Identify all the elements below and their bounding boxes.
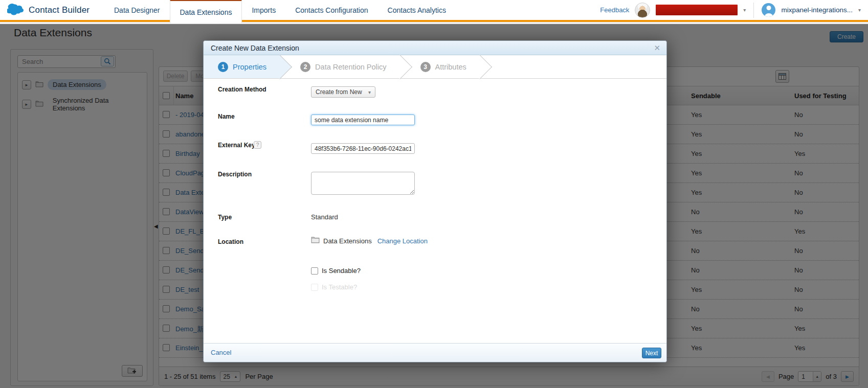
chevron-down-icon: ▾ xyxy=(743,7,746,13)
nav-tabs: Data Designer Data Extensions Imports Co… xyxy=(104,0,456,21)
tab-data-designer[interactable]: Data Designer xyxy=(104,0,170,21)
is-sendable-label: Is Sendable? xyxy=(322,267,361,275)
tab-contacts-configuration[interactable]: Contacts Configuration xyxy=(285,0,377,21)
name-label: Name xyxy=(218,113,235,120)
step-number-badge: 1 xyxy=(218,62,228,72)
type-label: Type xyxy=(218,214,232,221)
external-key-label: External Key xyxy=(218,142,255,149)
app-title: Contact Builder xyxy=(29,5,90,15)
chevron-down-icon[interactable]: ▾ xyxy=(858,7,861,13)
feedback-link[interactable]: Feedback xyxy=(600,6,629,14)
change-location-link[interactable]: Change Location xyxy=(377,237,428,245)
wizard-steps: 1 Properties 2 Data Retention Policy 3 A… xyxy=(204,55,666,79)
modal-header: Create New Data Extension ✕ xyxy=(204,41,666,55)
creation-method-dropdown[interactable]: Create from New ▾ xyxy=(311,86,375,98)
step-label: Properties xyxy=(233,63,266,71)
is-testable-row: Is Testable? xyxy=(311,283,357,291)
is-sendable-checkbox[interactable] xyxy=(311,267,318,275)
step-label: Data Retention Policy xyxy=(315,63,386,71)
creation-method-label: Creation Method xyxy=(218,86,266,93)
top-nav: Contact Builder Data Designer Data Exten… xyxy=(0,0,868,22)
nav-right-cluster: Feedback ▾ mixpanel-integrations... ▾ xyxy=(600,0,868,21)
step-properties[interactable]: 1 Properties xyxy=(204,55,280,78)
step-label: Attributes xyxy=(435,63,466,71)
is-testable-label: Is Testable? xyxy=(322,283,357,291)
tab-data-extensions[interactable]: Data Extensions xyxy=(170,0,242,23)
location-label: Location xyxy=(218,238,243,245)
modal-title: Create New Data Extension xyxy=(204,44,299,52)
close-icon[interactable]: ✕ xyxy=(654,43,660,53)
screen: Contact Builder Data Designer Data Exten… xyxy=(0,0,868,388)
step-number-badge: 3 xyxy=(420,62,431,72)
type-value: Standard xyxy=(311,213,338,221)
help-icon[interactable]: ? xyxy=(254,141,261,149)
description-label: Description xyxy=(218,171,252,178)
location-value: Data Extensions xyxy=(323,237,372,245)
einstein-avatar[interactable] xyxy=(635,3,650,18)
app-brand: Contact Builder xyxy=(0,3,104,17)
is-sendable-row: Is Sendable? xyxy=(311,267,361,275)
next-button[interactable]: Next xyxy=(642,348,661,358)
user-avatar-icon[interactable] xyxy=(762,3,775,17)
chevron-down-icon: ▾ xyxy=(368,89,371,95)
location-row: Data Extensions Change Location xyxy=(311,236,428,245)
modal-footer: Cancel Next xyxy=(204,343,666,362)
creation-method-value: Create from New xyxy=(316,88,362,96)
create-data-extension-modal: Create New Data Extension ✕ 1 Properties… xyxy=(203,40,667,362)
tab-contacts-analytics[interactable]: Contacts Analytics xyxy=(378,0,456,21)
redacted-account-selector[interactable] xyxy=(656,5,738,15)
name-field[interactable] xyxy=(311,115,415,125)
step-number-badge: 2 xyxy=(300,62,310,72)
description-field[interactable] xyxy=(311,172,415,195)
is-testable-checkbox xyxy=(311,284,318,291)
account-name[interactable]: mixpanel-integrations... xyxy=(781,6,853,14)
salesforce-cloud-icon xyxy=(7,3,25,17)
external-key-field[interactable] xyxy=(311,143,415,154)
cancel-link[interactable]: Cancel xyxy=(211,349,231,356)
tab-imports[interactable]: Imports xyxy=(242,0,285,21)
folder-icon xyxy=(311,236,320,245)
nav-divider xyxy=(753,3,754,18)
step-data-retention-policy[interactable]: 2 Data Retention Policy xyxy=(280,55,399,78)
